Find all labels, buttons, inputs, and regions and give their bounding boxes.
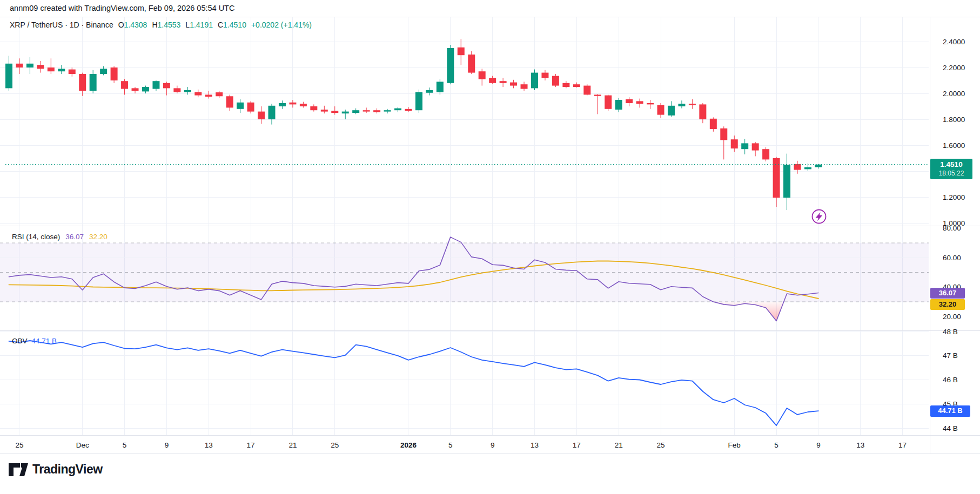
candle-body bbox=[479, 71, 486, 79]
price-axis-label: 2.4000 bbox=[943, 38, 965, 46]
time-axis-label: 25 bbox=[15, 441, 23, 449]
candle-body bbox=[258, 112, 265, 119]
candle-body bbox=[405, 109, 412, 111]
rsi-axis-label: 80.00 bbox=[943, 224, 961, 232]
candle-body bbox=[668, 106, 675, 116]
candle-body bbox=[5, 64, 12, 89]
candle-body bbox=[689, 104, 696, 105]
candle-body bbox=[163, 83, 170, 89]
candle-body bbox=[152, 81, 159, 89]
candle-body bbox=[594, 94, 601, 96]
candle-body bbox=[205, 94, 212, 97]
candle-body bbox=[415, 92, 422, 111]
obv-line bbox=[9, 341, 818, 425]
chart-canvas[interactable]: 2.40002.20002.00001.80001.60001.20001.00… bbox=[0, 0, 980, 494]
candle-body bbox=[300, 104, 307, 106]
time-axis-label: 2026 bbox=[400, 441, 417, 449]
candle-body bbox=[657, 105, 664, 115]
candle-body bbox=[69, 70, 76, 74]
candle-body bbox=[615, 100, 622, 110]
time-axis-label: 13 bbox=[856, 441, 864, 449]
obv-gridlines bbox=[0, 331, 929, 428]
rsi-ma-axis-badge: 32.20 bbox=[930, 299, 965, 310]
candle-body bbox=[394, 109, 401, 111]
tradingview-logo-text: TradingView bbox=[32, 462, 103, 477]
candle-body bbox=[678, 104, 685, 106]
candle-body bbox=[173, 88, 180, 92]
rsi-value: 36.07 bbox=[65, 233, 84, 241]
candle-body bbox=[531, 73, 538, 89]
candle-body bbox=[804, 167, 811, 170]
rsi-label[interactable]: RSI (14, close) bbox=[12, 233, 60, 241]
time-axis-label: Dec bbox=[76, 441, 89, 449]
time-axis-label: Feb bbox=[728, 441, 741, 449]
candle-body bbox=[500, 81, 507, 83]
change-value: +0.0202 (+1.41%) bbox=[251, 21, 312, 29]
time-axis-label: 13 bbox=[531, 441, 539, 449]
bar-countdown: 18:05:22 bbox=[939, 170, 964, 178]
candle-body bbox=[279, 103, 286, 106]
ohlc-low: L1.4191 bbox=[185, 21, 213, 29]
candle-body bbox=[384, 110, 391, 111]
candle-body bbox=[447, 48, 454, 83]
candle-body bbox=[741, 143, 748, 149]
time-axis-label: 5 bbox=[774, 441, 778, 449]
candle-body bbox=[363, 110, 370, 111]
candle-body bbox=[710, 119, 717, 129]
price-axis-label: 1.8000 bbox=[943, 116, 965, 124]
candle-body bbox=[583, 86, 590, 95]
candle-body bbox=[626, 99, 633, 103]
candle-body bbox=[773, 158, 780, 198]
candle-body bbox=[90, 74, 97, 91]
candle-body bbox=[16, 64, 23, 67]
vertical-gridlines bbox=[19, 17, 903, 435]
last-price-value: 1.4510 bbox=[940, 160, 962, 170]
tradingview-logo[interactable]: TradingView bbox=[9, 462, 103, 477]
candle-body bbox=[762, 149, 769, 159]
candle-body bbox=[699, 104, 706, 119]
attribution-text: annm09 created with TradingView.com, Feb… bbox=[10, 4, 234, 12]
candle-body bbox=[731, 139, 738, 148]
flash-icon[interactable] bbox=[813, 210, 826, 224]
candle-body bbox=[194, 92, 202, 96]
candle-body bbox=[562, 83, 569, 87]
price-axis-label: 1.2000 bbox=[943, 193, 965, 201]
candle-body bbox=[79, 74, 86, 91]
candle-body bbox=[573, 84, 580, 87]
obv-value: 44.71 B bbox=[32, 337, 57, 345]
candle-body bbox=[720, 128, 727, 140]
candle-body bbox=[352, 110, 359, 113]
ohlc-open: O1.4308 bbox=[118, 21, 147, 29]
symbol-legend: XRP / TetherUS · 1D · Binance O1.4308 H1… bbox=[10, 21, 312, 29]
candle-body bbox=[58, 69, 65, 71]
candle-body bbox=[636, 101, 643, 104]
candle-body bbox=[468, 55, 475, 73]
candle-body bbox=[226, 96, 233, 107]
candle-body bbox=[794, 164, 801, 170]
symbol-title[interactable]: XRP / TetherUS · 1D · Binance bbox=[10, 21, 113, 29]
time-axis-label: 5 bbox=[448, 441, 453, 449]
candles-series bbox=[5, 39, 822, 210]
obv-label[interactable]: OBV bbox=[12, 337, 28, 345]
candle-body bbox=[510, 83, 517, 86]
obv-legend: OBV 44.71 B bbox=[12, 337, 57, 345]
ohlc-high: H1.4553 bbox=[152, 21, 180, 29]
rsi-ma-value: 32.20 bbox=[89, 233, 108, 241]
obv-axis-label: 48 B bbox=[943, 328, 958, 336]
obv-axis-label: 46 B bbox=[943, 376, 958, 384]
candle-body bbox=[426, 90, 433, 93]
time-axis-label: 9 bbox=[165, 441, 169, 449]
candle-body bbox=[121, 81, 128, 89]
candle-body bbox=[111, 67, 118, 80]
price-axis-label: 2.2000 bbox=[943, 64, 965, 72]
price-axis-label: 2.0000 bbox=[943, 90, 965, 98]
price-axis-label: 1.6000 bbox=[943, 141, 965, 150]
candle-body bbox=[373, 110, 380, 112]
tradingview-logo-icon bbox=[9, 463, 28, 477]
rsi-axis-badge: 36.07 bbox=[930, 288, 965, 299]
time-axis-label: 5 bbox=[123, 441, 127, 449]
time-axis-label: 9 bbox=[491, 441, 495, 449]
time-axis-label: 17 bbox=[247, 441, 255, 449]
candle-body bbox=[289, 103, 296, 105]
candle-body bbox=[458, 48, 465, 55]
